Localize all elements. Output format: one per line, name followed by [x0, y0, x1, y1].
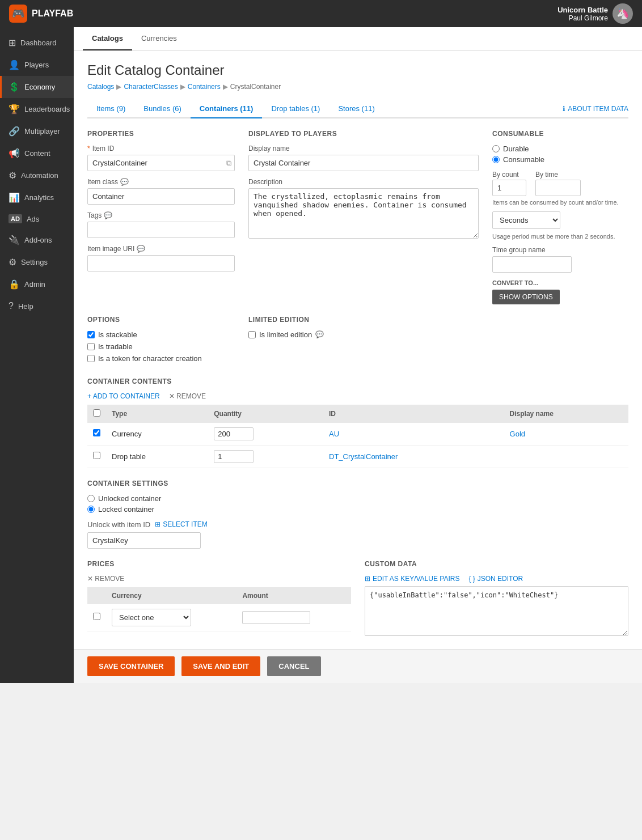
time-unit-select[interactable]: Seconds Minutes Hours Days	[492, 211, 560, 229]
custom-data-section: CUSTOM DATA ⊞ EDIT AS KEY/VALUE PAIRS { …	[365, 560, 628, 638]
prices-title: PRICES	[87, 560, 351, 568]
sidebar-item-dashboard[interactable]: ⊞ Dashboard	[0, 32, 74, 54]
durable-radio-item[interactable]: Durable	[492, 145, 628, 153]
user-menu[interactable]: Unicorn Battle Paul Gilmore 🦄	[557, 3, 633, 24]
add-to-container-link[interactable]: + ADD TO CONTAINER	[87, 392, 160, 400]
sidebar-item-analytics[interactable]: 📊 Analytics	[0, 186, 74, 209]
row1-quantity-input[interactable]	[214, 427, 254, 440]
json-editor-link[interactable]: { } JSON EDITOR	[468, 575, 523, 583]
table-header-checkbox-col	[87, 405, 106, 423]
by-count-time-row: By count By time	[492, 171, 628, 196]
is-tradable-item[interactable]: Is tradable	[87, 342, 235, 351]
table-select-all-checkbox[interactable]	[93, 409, 100, 417]
consumable-section: CONSUMABLE Durable Consumable	[492, 130, 628, 304]
select-item-link[interactable]: ⊞ SELECT ITEM	[155, 520, 207, 528]
table-header-displayname: Display name	[504, 405, 628, 423]
unlocked-radio-item[interactable]: Unlocked container	[87, 494, 628, 503]
item-tab-items[interactable]: Items (9)	[87, 100, 134, 118]
sidebar-item-settings[interactable]: ⚙ Settings	[0, 251, 74, 273]
logo[interactable]: 🎮 PLAYFAB	[9, 5, 73, 23]
sidebar-item-multiplayer[interactable]: 🔗 Multiplayer	[0, 120, 74, 142]
save-container-button[interactable]: SAVE CONTAINER	[87, 656, 175, 676]
tab-currencies[interactable]: Currencies	[132, 27, 186, 50]
item-class-input[interactable]	[87, 188, 235, 205]
unlocked-radio[interactable]	[87, 495, 95, 502]
item-tab-stores[interactable]: Stores (11)	[329, 100, 383, 118]
user-info: Unicorn Battle Paul Gilmore	[557, 6, 608, 22]
item-id-input[interactable]	[87, 155, 235, 171]
price-row-checkbox[interactable]	[93, 613, 100, 620]
sidebar-label-analytics: Analytics	[24, 193, 54, 202]
json-editor-label: JSON EDITOR	[478, 575, 523, 583]
table-header-id: ID	[323, 405, 504, 423]
row2-quantity-input[interactable]	[214, 450, 254, 463]
show-options-button[interactable]: SHOW OPTIONS	[492, 290, 560, 304]
copy-icon[interactable]: ⧉	[226, 159, 231, 168]
time-group-name-input[interactable]	[492, 256, 572, 273]
item-tab-containers[interactable]: Containers (11)	[191, 100, 263, 118]
item-tab-droptables[interactable]: Drop tables (1)	[262, 100, 329, 118]
sidebar-item-help[interactable]: ? Help	[0, 295, 74, 317]
price-table-wrap: Currency Amount Select one	[87, 587, 351, 631]
cancel-button[interactable]: CANCEL	[267, 656, 320, 676]
is-token-checkbox[interactable]	[87, 355, 95, 362]
price-currency-select[interactable]: Select one	[112, 609, 191, 626]
durable-radio[interactable]	[492, 145, 500, 152]
is-stackable-checkbox[interactable]	[87, 331, 95, 338]
image-uri-input[interactable]	[87, 255, 235, 271]
convert-title: CONVERT TO...	[492, 279, 628, 286]
sidebar-item-content[interactable]: 📢 Content	[0, 142, 74, 164]
sidebar-item-players[interactable]: 👤 Players	[0, 54, 74, 76]
prices-remove-link[interactable]: ✕ REMOVE	[87, 575, 124, 583]
by-count-input[interactable]	[492, 180, 526, 196]
row1-displayname-link[interactable]: Gold	[510, 430, 525, 438]
is-limited-checkbox[interactable]	[248, 331, 256, 338]
consumable-radio[interactable]	[492, 156, 500, 163]
form-top-row: PROPERTIES * Item ID ⧉ Item class 💬	[87, 130, 628, 304]
description-textarea[interactable]: The crystallized, ectoplasmic remains fr…	[248, 188, 479, 239]
options-row: OPTIONS Is stackable Is tradable Is a to…	[87, 316, 628, 366]
is-tradable-checkbox[interactable]	[87, 343, 95, 350]
is-limited-item[interactable]: Is limited edition 💬	[248, 330, 628, 339]
is-stackable-item[interactable]: Is stackable	[87, 330, 235, 339]
row1-checkbox[interactable]	[93, 429, 100, 436]
sidebar-label-admin: Admin	[24, 280, 45, 289]
is-token-item[interactable]: Is a token for character creation	[87, 354, 235, 363]
breadcrumb-catalogs[interactable]: Catalogs	[87, 83, 114, 91]
breadcrumb-characterclasses[interactable]: CharacterClasses	[124, 83, 178, 91]
sidebar-item-economy[interactable]: 💲 Economy	[0, 76, 74, 98]
prices-section: PRICES ✕ REMOVE Currency Amount	[87, 560, 351, 638]
locked-radio[interactable]	[87, 506, 95, 513]
item-tab-bundles[interactable]: Bundles (6)	[134, 100, 190, 118]
sidebar-item-leaderboards[interactable]: 🏆 Leaderboards	[0, 98, 74, 120]
main-content: Catalogs Currencies Edit Catalog Contain…	[74, 27, 642, 683]
locked-radio-item[interactable]: Locked container	[87, 505, 628, 514]
save-and-edit-button[interactable]: SAVE AND EDIT	[181, 656, 260, 676]
custom-data-textarea[interactable]: {"usableInBattle":"false","icon":"WhiteC…	[365, 586, 628, 636]
about-item-data[interactable]: ℹ ABOUT ITEM DATA	[563, 105, 628, 113]
tags-input[interactable]	[87, 222, 235, 238]
price-row-checkbox-cell	[87, 604, 106, 631]
row1-id-link[interactable]: AU	[329, 430, 339, 438]
row2-checkbox[interactable]	[93, 452, 100, 459]
avatar[interactable]: 🦄	[613, 3, 633, 24]
breadcrumb-containers[interactable]: Containers	[188, 83, 221, 91]
sidebar-item-ads[interactable]: AD Ads	[0, 209, 74, 229]
price-amount-cell	[236, 604, 351, 631]
consumable-radio-item[interactable]: Consumable	[492, 155, 628, 164]
price-amount-input[interactable]	[242, 611, 310, 624]
sidebar-item-addons[interactable]: 🔌 Add-ons	[0, 229, 74, 251]
sidebar-item-admin[interactable]: 🔒 Admin	[0, 273, 74, 295]
sidebar-item-automation[interactable]: ⚙ Automation	[0, 164, 74, 186]
analytics-icon: 📊	[9, 192, 20, 203]
row2-id-link[interactable]: DT_CrystalContainer	[329, 452, 398, 461]
by-time-input[interactable]	[535, 180, 581, 196]
container-contents-section: CONTAINER CONTENTS + ADD TO CONTAINER ✕ …	[87, 377, 628, 468]
tab-catalogs[interactable]: Catalogs	[83, 27, 132, 50]
edit-key-value-link[interactable]: ⊞ EDIT AS KEY/VALUE PAIRS	[365, 575, 459, 583]
unlock-item-input[interactable]	[87, 532, 201, 549]
consumable-radio-group: Durable Consumable	[492, 145, 628, 164]
consumable-title: CONSUMABLE	[492, 130, 628, 138]
remove-container-link[interactable]: ✕ REMOVE	[169, 392, 206, 400]
display-name-input[interactable]	[248, 155, 479, 171]
